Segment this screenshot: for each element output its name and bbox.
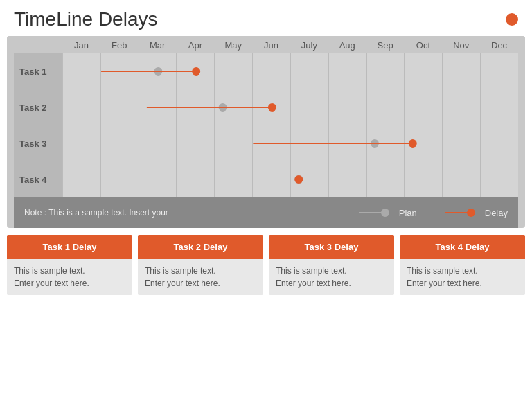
card-task1-line2: Enter your text here.	[14, 277, 125, 290]
month-mar: Mar	[139, 40, 177, 51]
month-may: May	[214, 40, 252, 51]
gantt-container: Jan Feb Mar Apr May Jun July Aug Sep Oct…	[7, 36, 525, 228]
month-nov: Nov	[442, 40, 480, 51]
cards-section: Task 1 Delay This is sample text. Enter …	[7, 235, 525, 295]
svg-point-11	[409, 139, 417, 148]
card-task3: Task 3 Delay This is sample text. Enter …	[269, 235, 394, 295]
card-task3-line2: Enter your text here.	[276, 277, 387, 290]
delay-line-icon	[445, 207, 479, 218]
card-task4-body: This is sample text. Enter your text her…	[400, 259, 525, 295]
month-apr: Apr	[176, 40, 214, 51]
month-aug: Aug	[328, 40, 366, 51]
page-title: TimeLine Delays	[14, 8, 157, 30]
legend-note: Note : This is a sample text. Insert you…	[24, 208, 359, 218]
month-dec: Dec	[480, 40, 518, 51]
month-oct: Oct	[404, 40, 442, 51]
card-task3-header: Task 3 Delay	[269, 235, 394, 259]
card-task4-header: Task 4 Delay	[400, 235, 525, 259]
month-jun: Jun	[252, 40, 290, 51]
month-feb: Feb	[100, 40, 139, 51]
delay-label: Delay	[485, 208, 508, 218]
svg-point-3	[192, 67, 200, 76]
header-spacer	[14, 40, 62, 51]
gantt-body: Task 1 Task 2	[14, 53, 518, 197]
card-task4-line1: This is sample text.	[407, 265, 518, 277]
task1-label: Task 1	[14, 53, 62, 89]
svg-point-15	[381, 209, 389, 217]
card-task1-header: Task 1 Delay	[7, 235, 132, 259]
card-task2-line2: Enter your text here.	[145, 277, 256, 290]
card-task2: Task 2 Delay This is sample text. Enter …	[138, 235, 263, 295]
svg-point-7	[268, 103, 276, 112]
card-task1-body: This is sample text. Enter your text her…	[7, 259, 132, 295]
card-task4: Task 4 Delay This is sample text. Enter …	[400, 235, 525, 295]
gantt-header: Jan Feb Mar Apr May Jun July Aug Sep Oct…	[7, 36, 525, 53]
card-task2-body: This is sample text. Enter your text her…	[138, 259, 263, 295]
task4-label: Task 4	[14, 161, 62, 197]
card-task3-line1: This is sample text.	[276, 265, 387, 277]
card-task1: Task 1 Delay This is sample text. Enter …	[7, 235, 132, 295]
gantt-legend: Note : This is a sample text. Insert you…	[14, 197, 518, 228]
legend-delay: Delay	[445, 207, 508, 218]
month-jul: July	[290, 40, 328, 51]
red-dot-icon	[506, 13, 518, 26]
plan-line-icon	[359, 207, 393, 218]
card-task4-line2: Enter your text here.	[407, 277, 518, 290]
legend-plan: Plan	[359, 207, 417, 218]
card-task3-body: This is sample text. Enter your text her…	[269, 259, 394, 295]
svg-point-13	[294, 175, 303, 184]
page-header: TimeLine Delays	[0, 0, 532, 36]
svg-point-17	[467, 209, 475, 217]
card-task2-line1: This is sample text.	[145, 265, 256, 277]
gantt-bars-svg	[14, 53, 518, 197]
card-task2-header: Task 2 Delay	[138, 235, 263, 259]
month-jan: Jan	[62, 40, 100, 51]
month-sep: Sep	[366, 40, 405, 51]
task2-label: Task 2	[14, 89, 62, 125]
plan-label: Plan	[399, 208, 417, 218]
card-task1-line1: This is sample text.	[14, 265, 125, 277]
task3-label: Task 3	[14, 125, 62, 161]
